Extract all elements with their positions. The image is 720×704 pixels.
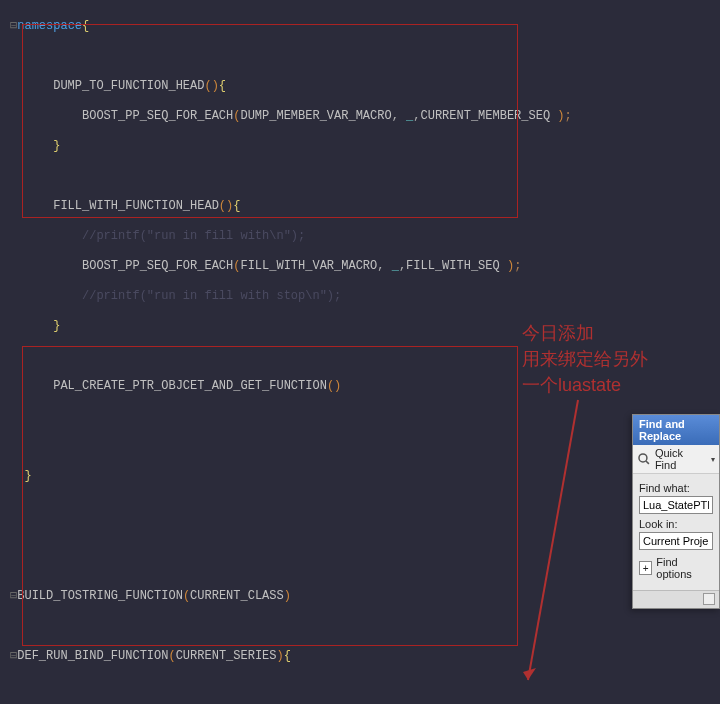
find-what-input[interactable] (639, 496, 713, 514)
look-in-label: Look in: (639, 518, 713, 530)
find-panel-title: Find and Replace (633, 415, 719, 445)
expand-options-button[interactable]: + (639, 561, 652, 575)
find-options-label: Find options (656, 556, 713, 580)
annotation-text: 今日添加 用来绑定给另外 一个luastate (522, 320, 648, 398)
svg-line-3 (646, 461, 649, 464)
find-toolbar[interactable]: Quick Find▾ (633, 445, 719, 474)
chevron-down-icon[interactable]: ▾ (711, 455, 715, 464)
find-replace-panel[interactable]: Find and Replace Quick Find▾ Find what: … (632, 414, 720, 609)
search-icon (637, 452, 651, 466)
find-footer-button[interactable] (703, 593, 715, 605)
highlight-box-2 (22, 346, 518, 646)
quick-find-label[interactable]: Quick Find (655, 447, 707, 471)
find-what-label: Find what: (639, 482, 713, 494)
find-footer (633, 590, 719, 608)
highlight-box-1 (22, 24, 518, 218)
svg-point-2 (639, 454, 647, 462)
macro-def-run-bind: DEF_RUN_BIND_FUNCTION (17, 649, 168, 663)
look-in-select[interactable] (639, 532, 713, 550)
